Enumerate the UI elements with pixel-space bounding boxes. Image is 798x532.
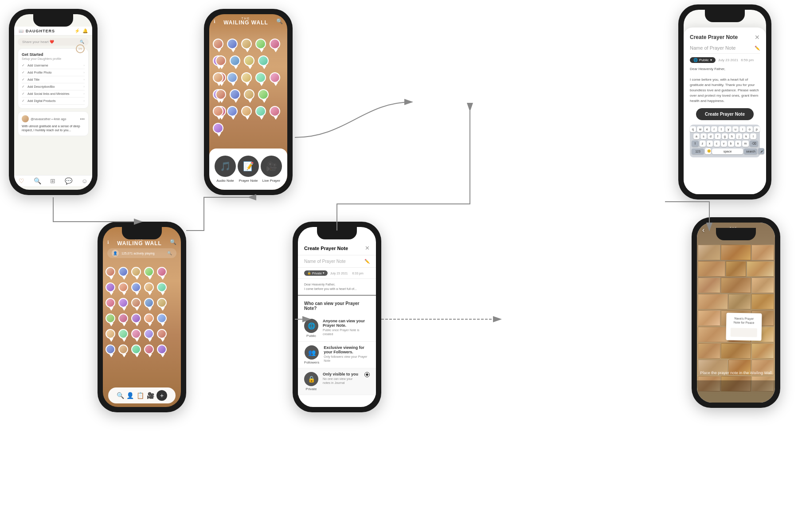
key-d[interactable]: d: [708, 133, 714, 139]
key-t[interactable]: t: [718, 126, 724, 132]
create-prayer-note-button[interactable]: Create Prayer Note: [696, 108, 754, 120]
wall-add-button[interactable]: +: [156, 390, 167, 401]
key-h[interactable]: h: [729, 133, 735, 139]
key-m[interactable]: m: [742, 141, 749, 147]
wall-note-nav[interactable]: 📋: [137, 392, 144, 399]
avatar-pin: [241, 106, 254, 121]
close-button[interactable]: ✕: [755, 34, 760, 41]
date-text: July 23 2021: [718, 58, 738, 62]
action-live-prayer[interactable]: 🎥 Live Prayer: [260, 156, 283, 183]
bolt-icon: ⚡: [74, 28, 80, 33]
post-avatar: [22, 115, 29, 122]
avatar-pin: [270, 106, 282, 121]
search-icon-bar[interactable]: 🔍: [167, 251, 172, 255]
wall-search-icon[interactable]: 🔍: [276, 18, 283, 24]
key-l[interactable]: l: [750, 133, 756, 139]
key-q[interactable]: q: [690, 126, 696, 132]
private-title: Only visible to you: [323, 372, 360, 376]
key-emoji[interactable]: 😊: [705, 148, 711, 154]
key-x[interactable]: x: [707, 141, 713, 147]
wall-profile-nav[interactable]: 👤: [126, 392, 134, 399]
key-e[interactable]: e: [704, 126, 710, 132]
privacy-status-badge[interactable]: 🔒 Private ▾: [304, 270, 328, 276]
action-audio-note[interactable]: 🎵 Audio Note: [214, 156, 237, 183]
key-space[interactable]: space: [712, 149, 743, 154]
phone-privacy-selection: Create Prayer Note ✕ Name of Prayer Note…: [293, 222, 381, 412]
key-n[interactable]: n: [735, 141, 741, 147]
checklist: ✓Add Username› ✓Add Profile Photo› ✓Add …: [22, 62, 85, 105]
key-shift[interactable]: ⇧: [692, 141, 699, 147]
note-name-placeholder[interactable]: Name of Prayer Note: [690, 45, 735, 51]
prayer-note-sticky[interactable]: Nava's Prayer Note for Peace: [726, 313, 762, 341]
checklist-item[interactable]: ✓Add Profile Photo›: [22, 69, 85, 76]
edit-icon[interactable]: ✏️: [755, 46, 760, 51]
nav-profile-icon[interactable]: ☺: [81, 177, 87, 184]
wailing-wall-header: ℹ THE WAILING WALL 🔍: [209, 14, 287, 27]
key-k[interactable]: k: [743, 133, 749, 139]
key-f[interactable]: f: [715, 133, 721, 139]
checklist-item[interactable]: ✓Add Digital Products›: [22, 98, 85, 105]
action-sheet: 🎵 Audio Note 📝 Prayer Note 🎥 Live Prayer: [209, 149, 287, 190]
checklist-item[interactable]: ✓Add Title›: [22, 76, 85, 83]
prayer-note-name-placeholder[interactable]: Name of Prayer Note: [304, 259, 346, 264]
privacy-option-public[interactable]: 🌐 Public Anyone can view your Prayer Not…: [298, 315, 376, 342]
key-y[interactable]: y: [725, 126, 732, 132]
nav-chat-icon[interactable]: 💬: [65, 177, 72, 184]
avatar-pin: [144, 329, 156, 343]
close-button-5[interactable]: ✕: [365, 245, 370, 251]
key-r[interactable]: r: [711, 126, 717, 132]
avatar-pin: [213, 106, 225, 121]
nav-grid-icon[interactable]: ⊞: [50, 177, 55, 184]
daughters-logo: 📖 DAUGHTERS: [19, 29, 55, 33]
key-search[interactable]: search: [744, 149, 757, 154]
live-prayer-label: Live Prayer: [262, 179, 280, 183]
nav-home-icon[interactable]: ♡: [19, 177, 24, 184]
action-prayer-note[interactable]: 📝 Prayer Note: [237, 156, 260, 183]
key-j[interactable]: j: [736, 133, 742, 139]
key-c[interactable]: c: [714, 141, 720, 147]
phone-notch-6: [716, 228, 756, 240]
avatar-grid: [103, 267, 181, 374]
key-i[interactable]: i: [739, 126, 746, 132]
checklist-item[interactable]: ✓Add Social links and Ministries›: [22, 90, 85, 98]
nav-search-icon[interactable]: 🔍: [34, 177, 41, 184]
key-a[interactable]: a: [693, 133, 700, 139]
checklist-item[interactable]: ✓Add Username›: [22, 62, 85, 69]
wall-search-nav[interactable]: 🔍: [117, 392, 124, 399]
search-icon: 🔍: [80, 40, 84, 44]
key-b[interactable]: b: [728, 141, 734, 147]
checklist-item[interactable]: ✓Add Description/Bio›: [22, 83, 85, 90]
date-5: July 23 2021: [330, 272, 348, 275]
key-z[interactable]: z: [700, 141, 706, 147]
key-p[interactable]: p: [754, 126, 760, 132]
key-g[interactable]: g: [722, 133, 728, 139]
wall-title-group: THE WAILING WALL: [215, 17, 276, 26]
private-content: Only visible to you No one can view your…: [323, 372, 360, 385]
search-icon-4[interactable]: 🔍: [170, 239, 176, 245]
privacy-badge[interactable]: 🌐 Public ▾: [690, 57, 716, 63]
key-v[interactable]: v: [721, 141, 727, 147]
key-s[interactable]: s: [700, 133, 707, 139]
key-backspace[interactable]: ⌫: [750, 141, 758, 147]
more-icon[interactable]: •••: [80, 117, 85, 121]
radio-selected[interactable]: [364, 372, 370, 377]
key-mic[interactable]: 🎤: [758, 148, 764, 154]
avatar-pin: [244, 89, 256, 104]
key-123[interactable]: 123: [692, 149, 704, 154]
preview-line1: Dear Heavenly Father,: [304, 282, 370, 287]
privacy-option-followers[interactable]: 👥 Followers Exclusive viewing for your F…: [298, 342, 376, 368]
key-w[interactable]: w: [697, 126, 703, 132]
edit-icon-5[interactable]: ✏️: [364, 259, 370, 264]
followers-label: Followers: [304, 360, 319, 364]
avatar-pin: [157, 282, 168, 297]
prayer-content[interactable]: Dear Heavenly Father, I come before you,…: [690, 66, 760, 104]
avatar-pin: [118, 267, 130, 281]
time-5: 6:33 pm: [352, 272, 364, 275]
key-o[interactable]: o: [747, 126, 753, 132]
get-started-title: Get Started: [22, 52, 85, 57]
key-u[interactable]: u: [732, 126, 739, 132]
prayer-note-label: Prayer Note: [239, 179, 258, 183]
privacy-option-private[interactable]: 🔒 Private Only visible to you No one can…: [298, 368, 376, 395]
wall-video-nav[interactable]: 🎥: [147, 392, 154, 399]
avatar-pin: [144, 267, 156, 281]
